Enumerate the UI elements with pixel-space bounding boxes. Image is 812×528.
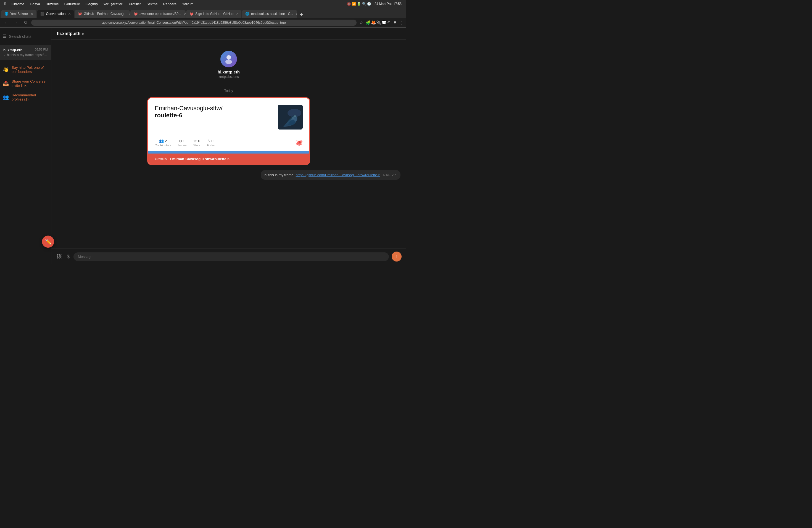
tabs-bar: 🌐 Yeni Sekme ✕ ⬛ Conversation ✕ 🐙 GitHub…: [0, 8, 406, 18]
new-tab-button[interactable]: +: [298, 12, 305, 18]
tab-label: Sign in to GitHub · GitHub: [195, 12, 233, 16]
message-check-icon: ✓✓: [392, 173, 396, 177]
tab-favicon: 🐙: [78, 12, 82, 16]
chat-preview: ✓ hi this is my frame https://github.com…: [3, 53, 48, 57]
frame-card-stats: 👥 2 Contributors ⊙ 0 Issues: [148, 134, 309, 151]
menu-bar-right: 🔇 📶 🔋 🔍 🕐 24 Mart Paz 17:58: [347, 2, 402, 6]
menu-profiller[interactable]: Profiller: [129, 2, 141, 6]
message-link[interactable]: https://github.com/Emirhan-Cavusoglu-sft…: [296, 173, 380, 177]
menu-dots[interactable]: ⋮: [398, 19, 404, 26]
address-bar: ← → ↻ ☆ 🧩🦊🔌💬🗗 E ⋮: [0, 18, 406, 28]
profile-center: hi.xmtp.eth xmtplabs.lens: [218, 51, 240, 79]
sidebar-menu: 👋 Say hi to Pol, one of our founders 📤 S…: [0, 60, 51, 107]
tab-favicon: 🐙: [189, 12, 193, 16]
address-input[interactable]: [31, 19, 357, 26]
chat-item-hi-xmtp[interactable]: hi.xmtp.eth 05:56 PM ✓ hi this is my fra…: [0, 45, 51, 60]
stat-forks-value-row: ⑂ 0: [208, 138, 214, 143]
tab-favicon: 🌐: [245, 12, 249, 16]
messages-area: hi.xmtp.eth xmtplabs.lens Today Emirhan-…: [52, 40, 406, 249]
tab-close-icon[interactable]: ✕: [31, 12, 33, 16]
search-input[interactable]: [9, 34, 57, 39]
tab-conversation[interactable]: ⬛ Conversation ✕: [37, 10, 74, 18]
people-icon: 👥: [3, 94, 9, 100]
tab-close-icon[interactable]: ✕: [129, 12, 130, 16]
tab-close-icon[interactable]: ✕: [296, 12, 297, 16]
menu-pencere[interactable]: Pencere: [163, 2, 176, 6]
tab-close-icon[interactable]: ✕: [68, 12, 71, 16]
tab-label: Conversation: [46, 12, 66, 16]
svg-point-4: [294, 115, 296, 117]
tab-github-1[interactable]: 🐙 GitHub - Emirhan-Cavusoğ... ✕: [75, 10, 130, 18]
sidebar-item-share-invite[interactable]: 📤 Share your Converse invite link: [3, 79, 48, 88]
compose-fab[interactable]: ✏️: [42, 236, 54, 248]
send-button[interactable]: ↑: [392, 252, 402, 262]
forks-icon: ⑂: [208, 138, 211, 143]
bookmark-icon[interactable]: ☆: [359, 19, 363, 26]
menu-yer-isaretleri[interactable]: Yer İşaretleri: [103, 2, 124, 6]
compose-icon: ✏️: [45, 238, 52, 245]
dollar-icon-button[interactable]: $: [66, 253, 71, 261]
contributors-icon: 👥: [159, 138, 164, 143]
back-button[interactable]: ←: [2, 19, 10, 26]
github-octocat-icon[interactable]: 🐙: [295, 139, 303, 146]
frame-red-footer: GitHub - Emirhan-Cavusoglu-sftw/roulette…: [148, 153, 309, 164]
svg-point-0: [227, 55, 231, 60]
wave-icon: 👋: [3, 67, 9, 73]
menu-chrome[interactable]: Chrome: [12, 2, 24, 6]
extension-icons[interactable]: 🧩🦊🔌💬🗗: [365, 19, 391, 26]
frame-footer-title: GitHub - Emirhan-Cavusoglu-sftw/roulette…: [155, 157, 230, 161]
toolbar-icons: ☆ 🧩🦊🔌💬🗗 E ⋮: [359, 19, 404, 26]
sidebar-item-recommended[interactable]: 👥 Recommended profiles (1): [3, 93, 48, 101]
menu-gecmis[interactable]: Geçmiş: [86, 2, 98, 6]
tab-favicon: ⬛: [40, 12, 44, 16]
sidebar-item-say-hi[interactable]: 👋 Say hi to Pol, one of our founders: [3, 65, 48, 74]
menu-yardim[interactable]: Yardım: [182, 2, 193, 6]
tab-macbook[interactable]: 🌐 macbook ss nasıl alınır - C... ✕: [242, 10, 297, 18]
chat-item-header: hi.xmtp.eth 05:56 PM: [3, 48, 48, 52]
stat-forks-value: 0: [212, 139, 214, 143]
hamburger-icon[interactable]: ☰: [3, 34, 6, 39]
menu-datetime: 24 Mart Paz 17:58: [375, 2, 402, 6]
tab-awesome-frames[interactable]: 🐙 awesome-open-frames/B0... ✕: [130, 10, 186, 18]
refresh-button[interactable]: ↻: [22, 19, 29, 26]
sidebar: ☰ 👤+ hi.xmtp.eth 05:56 PM ✓ hi this is m…: [0, 28, 52, 264]
menu-duzenle[interactable]: Düzenle: [46, 2, 59, 6]
browser-chrome:  Chrome Dosya Düzenle Görüntüle Geçmiş …: [0, 0, 406, 28]
stat-stars-value: 0: [198, 139, 200, 143]
tab-label: awesome-open-frames/B0...: [140, 12, 181, 16]
profile-icon[interactable]: E: [393, 19, 397, 25]
apple-menu[interactable]: : [4, 1, 6, 6]
input-area: 🖼 $ ↑: [52, 249, 406, 264]
divider: [57, 86, 401, 86]
frame-title-line1: Emirhan-Cavusoglu-sftw/: [155, 105, 222, 112]
profile-name: hi.xmtp.eth: [218, 70, 240, 74]
svg-point-5: [292, 117, 294, 119]
forward-button[interactable]: →: [12, 19, 20, 26]
menu-dosya[interactable]: Dosya: [30, 2, 40, 6]
image-icon-button[interactable]: 🖼: [56, 253, 63, 261]
frame-card-title: Emirhan-Cavusoglu-sftw/ roulette-6: [155, 105, 222, 119]
message-time: 17:56: [382, 173, 389, 176]
menu-sekme[interactable]: Sekme: [146, 2, 157, 6]
tab-new-sekme[interactable]: 🌐 Yeni Sekme ✕: [1, 10, 37, 18]
frame-image-art: [278, 105, 303, 130]
sidebar-header: ☰ 👤+: [0, 28, 51, 45]
main-content: hi.xmtp.eth ▶ hi.xmtp.eth xmtplabs.lens …: [52, 28, 406, 264]
stat-issues-label: Issues: [178, 144, 187, 147]
share-icon: 📤: [3, 80, 9, 86]
stars-icon: ☆: [193, 138, 197, 143]
profile-avatar: [220, 51, 237, 68]
menu-goruntule[interactable]: Görüntüle: [64, 2, 80, 6]
tab-signin-github[interactable]: 🐙 Sign in to GitHub · GitHub ✕: [186, 10, 242, 18]
app-layout: ☰ 👤+ hi.xmtp.eth 05:56 PM ✓ hi this is m…: [0, 28, 406, 264]
frame-card[interactable]: Emirhan-Cavusoglu-sftw/ roulette-6: [147, 97, 310, 165]
tab-close-icon[interactable]: ✕: [184, 12, 186, 16]
message-bubble-row: hi this is my frame https://github.com/E…: [57, 170, 401, 180]
tab-close-icon[interactable]: ✕: [236, 12, 238, 16]
conv-header: hi.xmtp.eth ▶: [52, 28, 406, 40]
frame-card-body: Emirhan-Cavusoglu-sftw/ roulette-6: [148, 98, 309, 134]
message-input[interactable]: [73, 252, 389, 261]
sidebar-item-label: Share your Converse invite link: [12, 79, 48, 88]
stat-contributors-value-row: 👥 2: [159, 138, 167, 143]
chat-name: hi.xmtp.eth: [3, 48, 23, 52]
